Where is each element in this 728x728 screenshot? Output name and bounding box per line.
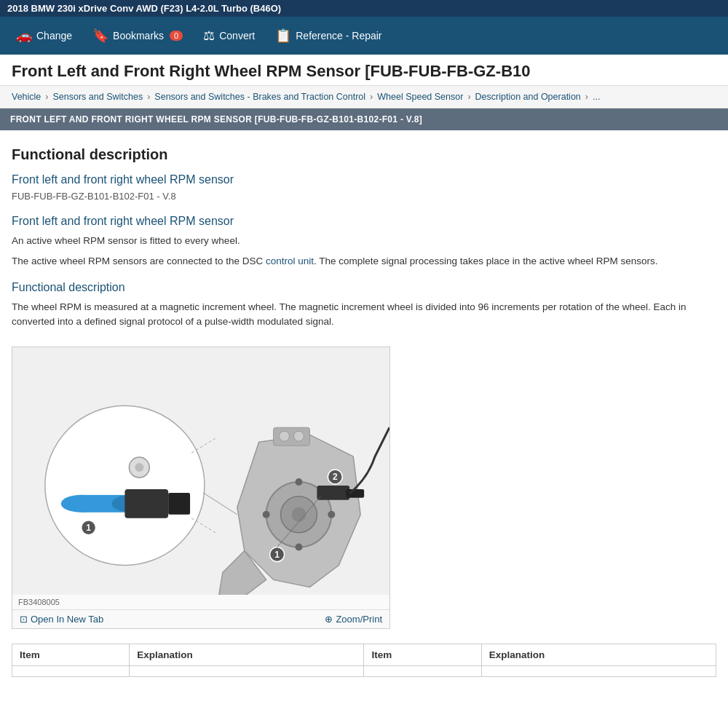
parts-table: Item Explanation Item Explanation [12, 644, 716, 677]
convert-icon: ⚖ [203, 28, 215, 44]
breadcrumb-sep-5: › [585, 92, 588, 102]
breadcrumb-sep-3: › [370, 92, 373, 102]
nav-reference-repair[interactable]: 📋 Reference - Repair [265, 17, 392, 55]
svg-point-14 [292, 507, 306, 522]
breadcrumb-wheel-speed[interactable]: Wheel Speed Sensor [377, 92, 463, 102]
breadcrumb-sensors-brakes[interactable]: Sensors and Switches - Brakes and Tracti… [154, 92, 365, 102]
image-box: 1 [12, 347, 390, 629]
vehicle-title: 2018 BMW 230i xDrive Conv AWD (F23) L4-2… [7, 3, 281, 14]
svg-point-15 [296, 478, 303, 486]
nav-bar: 🚗 Change 🔖 Bookmarks 0 ⚖ Convert 📋 Refer… [0, 17, 728, 55]
breadcrumb-vehicle[interactable]: Vehicle [12, 92, 41, 102]
subtitle-code: FUB-FUB-FB-GZ-B101-B102-F01 - V.8 [12, 191, 716, 202]
table-header-explanation1: Explanation [130, 644, 364, 666]
svg-point-21 [294, 431, 304, 441]
breadcrumb-sep-4: › [467, 92, 470, 102]
image-actions: ⊡ Open In New Tab ⊕ Zoom/Print [12, 609, 389, 628]
bookmark-icon: 🔖 [92, 28, 108, 44]
breadcrumb-more[interactable]: ... [593, 92, 600, 102]
table-header-item1: Item [12, 644, 130, 666]
body-text-2-part2: . The complete signal processing takes p… [314, 256, 658, 266]
nav-bookmarks[interactable]: 🔖 Bookmarks 0 [82, 17, 193, 55]
nav-convert-label: Convert [219, 30, 255, 41]
zoom-print-label: Zoom/Print [336, 614, 382, 625]
open-new-tab-link[interactable]: ⊡ Open In New Tab [20, 614, 103, 625]
content-area: Functional description Front left and fr… [0, 139, 728, 692]
svg-rect-23 [346, 489, 364, 498]
link-sensor-1[interactable]: Front left and front right wheel RPM sen… [12, 173, 716, 186]
clipboard-icon: 📋 [275, 28, 291, 44]
link-sensor-2[interactable]: Front left and front right wheel RPM sen… [12, 215, 716, 228]
table-cell [481, 666, 716, 677]
page-title: Front Left and Front Right Wheel RPM Sen… [0, 55, 728, 86]
car-icon: 🚗 [16, 28, 32, 44]
table-cell [364, 666, 481, 677]
nav-reference-label: Reference - Repair [296, 30, 381, 41]
functional-heading-2: Functional description [12, 281, 716, 294]
table-cell [12, 666, 130, 677]
body-text-2-part1: The active wheel RPM sensors are connect… [12, 256, 266, 266]
svg-text:1: 1 [274, 550, 280, 560]
long-text: The wheel RPM is measured at a magnetic … [12, 300, 716, 330]
top-bar: 2018 BMW 230i xDrive Conv AWD (F23) L4-2… [0, 0, 728, 17]
svg-point-18 [328, 511, 335, 518]
table-body [12, 666, 716, 677]
breadcrumb-sep-2: › [147, 92, 150, 102]
breadcrumb-sep-1: › [45, 92, 48, 102]
svg-text:2: 2 [333, 472, 338, 482]
body-text-1: An active wheel RPM sensor is fitted to … [12, 234, 716, 248]
breadcrumb-desc-op[interactable]: Description and Operation [475, 92, 581, 102]
breadcrumb: Vehicle › Sensors and Switches › Sensors… [0, 86, 728, 108]
functional-heading-main: Functional description [12, 146, 716, 163]
open-tab-icon: ⊡ [20, 614, 28, 625]
svg-point-20 [280, 431, 290, 441]
svg-rect-6 [168, 493, 190, 515]
svg-rect-19 [274, 427, 310, 446]
svg-rect-5 [124, 489, 168, 518]
section-header-bar: FRONT LEFT AND FRONT RIGHT WHEEL RPM SEN… [0, 108, 728, 130]
bookmarks-badge: 0 [170, 31, 183, 41]
zoom-icon: ⊕ [325, 614, 333, 625]
nav-change[interactable]: 🚗 Change [6, 17, 82, 55]
control-unit-link[interactable]: control unit [266, 256, 314, 266]
svg-point-16 [296, 544, 303, 551]
nav-convert[interactable]: ⚖ Convert [193, 17, 265, 55]
open-new-tab-label: Open In New Tab [31, 614, 103, 625]
nav-bookmarks-label: Bookmarks [113, 30, 164, 41]
svg-rect-22 [317, 486, 349, 500]
table-row [12, 666, 716, 677]
table-header-item2: Item [364, 644, 481, 666]
svg-text:1: 1 [86, 523, 91, 533]
image-inner: 1 [12, 347, 389, 595]
table-header-row: Item Explanation Item Explanation [12, 644, 716, 666]
svg-point-1 [45, 405, 205, 565]
nav-change-label: Change [36, 30, 72, 41]
svg-point-8 [135, 463, 143, 472]
table-header-explanation2: Explanation [481, 644, 716, 666]
zoom-print-link[interactable]: ⊕ Zoom/Print [325, 614, 382, 625]
breadcrumb-sensors[interactable]: Sensors and Switches [52, 92, 143, 102]
body-text-2: The active wheel RPM sensors are connect… [12, 254, 716, 269]
table-cell [130, 666, 364, 677]
svg-point-17 [263, 511, 270, 518]
image-caption: FB3408005 [12, 595, 389, 609]
sensor-diagram: 1 [12, 347, 389, 595]
